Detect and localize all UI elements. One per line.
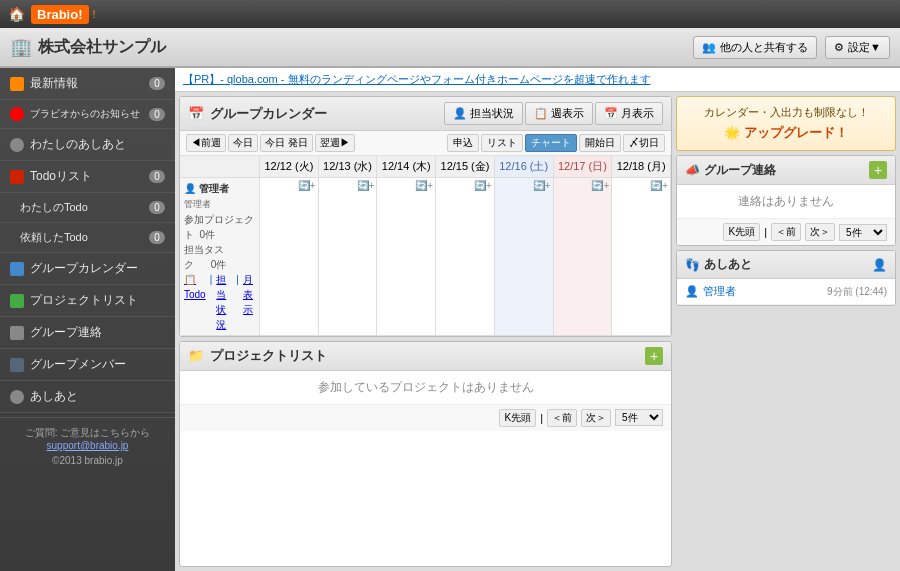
- news-icon: [10, 77, 24, 91]
- cal-header-4: 12/16 (土): [495, 156, 554, 178]
- project-prev-btn[interactable]: ＜前: [547, 409, 577, 427]
- project-panel-title: プロジェクトリスト: [210, 347, 327, 365]
- company-name-text: 株式会社サンプル: [38, 37, 166, 58]
- calendar-toolbar: ◀前週 今日 今日 発日 翌週▶ 申込 リスト チャート 開始日 〆切日: [180, 131, 671, 156]
- upgrade-link[interactable]: 🌟 アップグレード！: [685, 124, 887, 142]
- content-area: 【PR】- qloba.com - 無料のランディングページやフォーム付きホーム…: [175, 68, 900, 571]
- contact-panel-title: グループ連絡: [704, 162, 776, 179]
- todo-link[interactable]: 📋Todo: [184, 272, 206, 332]
- support-email-link[interactable]: support@brabio.jp: [47, 440, 129, 451]
- project-next-btn[interactable]: 次＞: [581, 409, 611, 427]
- view-apply-button[interactable]: 申込: [447, 134, 479, 152]
- contact-next-btn[interactable]: 次＞: [805, 223, 835, 241]
- settings-button[interactable]: ⚙ 設定▼: [825, 36, 890, 59]
- user-links: 📋Todo | 担当状況 | 月表示: [184, 272, 255, 332]
- sidebar-item-ashiato[interactable]: あしあと: [0, 381, 175, 413]
- contact-per-page-select[interactable]: 5件 10件 20件: [839, 224, 887, 241]
- cal-add-3[interactable]: 🔄+: [474, 180, 492, 191]
- contact-icon: 📣: [685, 163, 700, 177]
- project-per-page-select[interactable]: 5件 10件 20件: [615, 409, 663, 426]
- project-icon: [10, 294, 24, 308]
- ashiato-user-avatar: 👤: [685, 285, 699, 298]
- project-panel-body: 参加しているプロジェクトはありません: [180, 371, 671, 404]
- calendar-nav: ◀前週 今日 今日 発日 翌週▶: [186, 134, 355, 152]
- tab-availability[interactable]: 👤 担当状況: [444, 102, 523, 125]
- pr-banner: 【PR】- qloba.com - 無料のランディングページやフォーム付きホーム…: [175, 68, 900, 92]
- prev-week-button[interactable]: ◀前週: [186, 134, 226, 152]
- view-deadline-button[interactable]: 〆切日: [623, 134, 665, 152]
- sidebar-item-my-todo[interactable]: わたしのTodo 0: [0, 193, 175, 223]
- ashiato-entry-0: 👤 管理者 9分前 (12:44): [677, 279, 895, 305]
- cal-cell-0-6: 🔄+: [612, 178, 671, 336]
- sidebar-item-project[interactable]: プロジェクトリスト: [0, 285, 175, 317]
- upgrade-panel: カレンダー・入出力も制限なし！ 🌟 アップグレード！: [676, 96, 896, 151]
- cal-cell-0-4: 🔄+: [495, 178, 554, 336]
- tantou-link[interactable]: 担当状況: [216, 272, 232, 332]
- sidebar-item-brabio[interactable]: ブラビオからのお知らせ 0: [0, 100, 175, 129]
- cal-header-2: 12/14 (木): [377, 156, 436, 178]
- cal-header-3: 12/15 (金): [436, 156, 495, 178]
- calendar-icon: [10, 262, 24, 276]
- sidebar-item-ashiato-my[interactable]: わたしのあしあと: [0, 129, 175, 161]
- calendar-tabs: 👤 担当状況 📋 週表示 📅 月表示: [444, 102, 663, 125]
- next-week-button[interactable]: 翌週▶: [315, 134, 355, 152]
- cal-cell-0-0: 🔄+: [260, 178, 319, 336]
- today-button[interactable]: 今日: [228, 134, 258, 152]
- sidebar-item-member[interactable]: グループメンバー: [0, 349, 175, 381]
- pr-link[interactable]: 【PR】- qloba.com - 無料のランディングページやフォーム付きホーム…: [183, 73, 651, 85]
- share-button[interactable]: 👥 他の人と共有する: [693, 36, 817, 59]
- calendar-panel-title: グループカレンダー: [210, 105, 327, 123]
- week-icon: 📋: [534, 107, 548, 120]
- cal-add-0[interactable]: 🔄+: [298, 180, 316, 191]
- project-first-btn[interactable]: K先頭: [499, 409, 536, 427]
- calendar-title-area: 📅 グループカレンダー: [188, 105, 327, 123]
- ashiato-entries: 👤 管理者 9分前 (12:44): [677, 279, 895, 305]
- monthly-view-link[interactable]: 月表示: [243, 272, 255, 332]
- ashiato-user-0[interactable]: 👤 管理者: [685, 284, 736, 299]
- cal-add-2[interactable]: 🔄+: [415, 180, 433, 191]
- cal-user-name: 👤 管理者: [184, 181, 255, 196]
- sidebar-item-todo[interactable]: Todoリスト 0: [0, 161, 175, 193]
- cal-user-label-text: 管理者: [184, 198, 255, 212]
- company-header: 🏢 株式会社サンプル 👥 他の人と共有する ⚙ 設定▼: [0, 28, 900, 68]
- projects-stat: 参加プロジェクト 0件: [184, 212, 255, 242]
- project-empty-text: 参加しているプロジェクトはありません: [318, 380, 534, 394]
- cal-header-0: 12/12 (火): [260, 156, 319, 178]
- day-button[interactable]: 今日 発日: [260, 134, 313, 152]
- logo-exclamation: !: [93, 8, 96, 20]
- project-panel-header: 📁 プロジェクトリスト +: [180, 342, 671, 371]
- right-column: カレンダー・入出力も制限なし！ 🌟 アップグレード！ 📣 グループ連絡 + 連絡…: [676, 96, 896, 567]
- tab-monthly[interactable]: 📅 月表示: [595, 102, 663, 125]
- calendar-panel: 📅 グループカレンダー 👤 担当状況 📋 週表示: [179, 96, 672, 337]
- cal-add-4[interactable]: 🔄+: [533, 180, 551, 191]
- company-icon: 🏢: [10, 36, 32, 58]
- tab-week[interactable]: 📋 週表示: [525, 102, 593, 125]
- topbar: 🏠 Brabio! !: [0, 0, 900, 28]
- view-list-button[interactable]: リスト: [481, 134, 523, 152]
- add-project-button[interactable]: +: [645, 347, 663, 365]
- brabio-icon: [10, 107, 24, 121]
- ashiato-icon: 👣: [685, 258, 700, 272]
- cal-add-5[interactable]: 🔄+: [591, 180, 609, 191]
- project-panel: 📁 プロジェクトリスト + 参加しているプロジェクトはありません K先頭 | ＜…: [179, 341, 672, 568]
- foot-icon: [10, 390, 24, 404]
- avail-icon: 👤: [453, 107, 467, 120]
- cal-add-1[interactable]: 🔄+: [357, 180, 375, 191]
- contact-first-btn[interactable]: K先頭: [723, 223, 760, 241]
- view-chart-button[interactable]: チャート: [525, 134, 577, 152]
- settings-icon: ⚙: [834, 41, 844, 54]
- logo-badge: Brabio!: [31, 5, 89, 24]
- cal-cell-0-2: 🔄+: [377, 178, 436, 336]
- add-contact-button[interactable]: +: [869, 161, 887, 179]
- sidebar-item-news[interactable]: 最新情報 0: [0, 68, 175, 100]
- view-startdate-button[interactable]: 開始日: [579, 134, 621, 152]
- cal-header-empty: [180, 156, 260, 178]
- logo-area[interactable]: 🏠 Brabio! !: [8, 5, 96, 24]
- logo-icon: 🏠: [8, 6, 25, 22]
- cal-header-1: 12/13 (水): [319, 156, 378, 178]
- contact-prev-btn[interactable]: ＜前: [771, 223, 801, 241]
- sidebar-item-contact[interactable]: グループ連絡: [0, 317, 175, 349]
- sidebar-item-calendar[interactable]: グループカレンダー: [0, 253, 175, 285]
- cal-add-6[interactable]: 🔄+: [650, 180, 668, 191]
- sidebar-item-delegated-todo[interactable]: 依頼したTodo 0: [0, 223, 175, 253]
